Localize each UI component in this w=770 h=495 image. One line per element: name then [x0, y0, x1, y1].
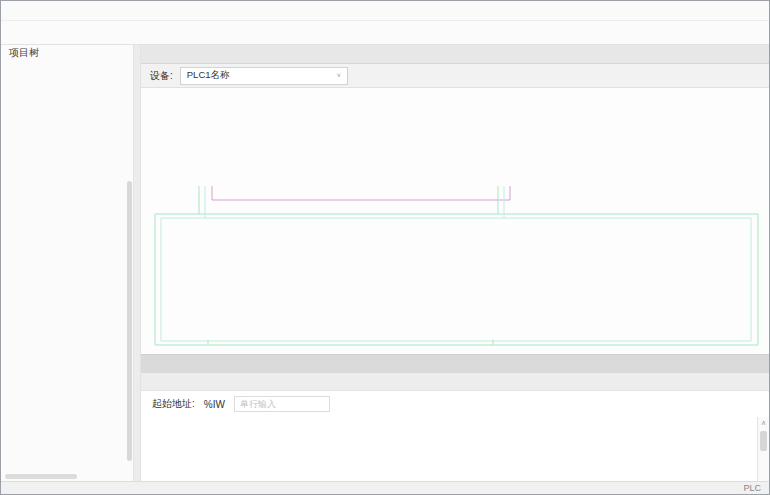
panel-splitter[interactable] [134, 45, 141, 481]
properties-tabs [141, 373, 769, 391]
app-window: 项目树 设备: PLC1名称˅ [0, 0, 770, 495]
device-select[interactable]: PLC1名称˅ [180, 67, 348, 85]
content-area: 项目树 设备: PLC1名称˅ [1, 45, 769, 481]
toolbar [1, 21, 769, 45]
network-connection-lines [141, 88, 769, 354]
tree-horizontal-scrollbar[interactable] [5, 474, 77, 479]
start-address-label: 起始地址: [152, 397, 195, 411]
start-address-input[interactable] [234, 396, 330, 412]
device-toolbar: 设备: PLC1名称˅ [141, 64, 769, 88]
tree-vertical-scrollbar[interactable] [127, 181, 132, 461]
address-prefix: %IW [204, 399, 225, 410]
network-canvas[interactable] [141, 88, 769, 354]
properties-action-bar [141, 355, 769, 373]
properties-panel: 起始地址: %IW ∧ [141, 354, 769, 481]
status-text: PLC [743, 483, 761, 493]
document-tab-bar [141, 45, 769, 64]
main-area: 设备: PLC1名称˅ [141, 45, 769, 481]
start-address-row: 起始地址: %IW [141, 391, 769, 417]
menu-bar [1, 1, 769, 21]
window-controls [761, 45, 769, 63]
device-label: 设备: [150, 69, 173, 83]
scroll-up-icon[interactable]: ∧ [758, 417, 769, 429]
project-tree [1, 60, 133, 481]
project-tree-header: 项目树 [1, 45, 133, 60]
scroll-thumb[interactable] [760, 431, 767, 451]
table-scrollbar[interactable]: ∧ [757, 417, 769, 481]
channel-table-wrap: ∧ [141, 417, 769, 481]
chevron-down-icon: ˅ [337, 72, 341, 79]
status-bar: PLC [1, 481, 769, 494]
project-tree-panel: 项目树 [1, 45, 134, 481]
project-tree-title: 项目树 [9, 46, 39, 60]
